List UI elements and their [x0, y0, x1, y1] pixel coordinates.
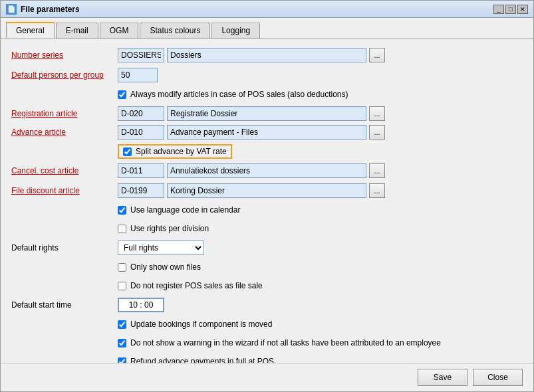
default-persons-label-col: Default persons per group	[11, 70, 118, 80]
window-title: File parameters	[21, 5, 80, 14]
default-persons-row: Default persons per group	[11, 67, 523, 83]
cancel-ellipsis-button[interactable]: ...	[369, 163, 385, 178]
tab-status-colours[interactable]: Status colours	[140, 23, 210, 39]
only-show-own-label: Only show own files	[130, 262, 201, 272]
minimize-button[interactable]: _	[493, 5, 504, 14]
cancel-label-col: Cancel. cost article	[11, 166, 118, 175]
file-discount-link[interactable]: File discount article	[11, 186, 80, 195]
always-modify-row: Always modify articles in case of POS sa…	[11, 87, 523, 102]
do-not-register-row: Do not register POS sales as file sale	[11, 278, 523, 293]
default-rights-select[interactable]: Full rights	[118, 241, 204, 255]
number-series-name-input[interactable]	[167, 48, 366, 62]
restore-button[interactable]: □	[505, 5, 516, 14]
do-not-show-row: Do not show a warning in the wizard if n…	[11, 336, 523, 350]
split-advance-highlighted: Split advance by VAT rate	[118, 144, 232, 159]
registration-ellipsis-button[interactable]: ...	[369, 106, 385, 121]
file-discount-name-input[interactable]	[167, 183, 366, 198]
number-series-ellipsis-button[interactable]: ...	[369, 48, 385, 62]
cancel-cost-row: Cancel. cost article ...	[11, 163, 523, 179]
use-language-row: Use language code in calendar	[11, 203, 523, 217]
use-language-label: Use language code in calendar	[130, 205, 240, 215]
registration-name-input[interactable]	[167, 106, 366, 121]
default-persons-fields	[118, 68, 523, 82]
content-area: Number series ... Default persons per gr…	[1, 39, 533, 363]
window-icon: 📄	[6, 4, 17, 15]
default-rights-row: Default rights Full rights	[11, 240, 523, 256]
file-discount-code-input[interactable]	[118, 183, 164, 198]
use-rights-checkbox[interactable]	[118, 225, 126, 233]
default-rights-label: Default rights	[11, 243, 118, 252]
number-series-fields: ...	[118, 48, 523, 62]
split-advance-checkbox[interactable]	[123, 147, 132, 156]
do-not-show-label: Do not show a warning in the wizard if n…	[130, 338, 441, 347]
tab-general[interactable]: General	[6, 22, 55, 39]
tabs-bar: General E-mail OGM Status colours Loggin…	[1, 18, 533, 39]
file-discount-row: File discount article ...	[11, 183, 523, 199]
advance-fields: ...	[118, 125, 523, 140]
registration-code-input[interactable]	[118, 106, 164, 121]
refund-advance-row: Refund advance payments in full at POS	[11, 354, 523, 363]
split-advance-label: Split advance by VAT rate	[136, 147, 227, 156]
close-button[interactable]: Close	[473, 369, 523, 386]
cancel-code-input[interactable]	[118, 163, 164, 178]
split-advance-row: Split advance by VAT rate	[11, 144, 523, 159]
default-start-time-fields	[118, 298, 523, 312]
number-series-code-input[interactable]	[118, 48, 164, 62]
do-not-show-checkbox[interactable]	[118, 339, 126, 347]
use-language-checkbox[interactable]	[118, 206, 126, 215]
update-bookings-row: Update bookings if component is moved	[11, 317, 523, 332]
update-bookings-checkbox[interactable]	[118, 320, 126, 329]
number-series-label-col: Number series	[11, 50, 118, 60]
tab-logging[interactable]: Logging	[211, 23, 260, 39]
registration-article-row: Registration article ...	[11, 106, 523, 122]
number-series-row: Number series ...	[11, 47, 523, 63]
default-start-time-row: Default start time	[11, 297, 523, 313]
title-bar: 📄 File parameters _ □ ✕	[1, 1, 533, 18]
save-button[interactable]: Save	[418, 369, 467, 386]
only-show-own-checkbox[interactable]	[118, 263, 126, 272]
advance-ellipsis-button[interactable]: ...	[369, 125, 385, 140]
registration-article-link[interactable]: Registration article	[11, 109, 77, 118]
title-buttons: _ □ ✕	[493, 5, 528, 14]
number-series-link[interactable]: Number series	[11, 50, 63, 60]
only-show-own-row: Only show own files	[11, 260, 523, 274]
tab-ogm[interactable]: OGM	[100, 23, 139, 39]
default-start-time-input[interactable]	[118, 298, 164, 312]
default-persons-input[interactable]	[118, 68, 158, 82]
cancel-cost-link[interactable]: Cancel. cost article	[11, 166, 78, 175]
registration-fields: ...	[118, 106, 523, 121]
cancel-fields: ...	[118, 163, 523, 178]
close-button-title[interactable]: ✕	[517, 5, 528, 14]
always-modify-label: Always modify articles in case of POS sa…	[130, 90, 348, 99]
cancel-name-input[interactable]	[167, 163, 366, 178]
default-start-time-label-col: Default start time	[11, 300, 118, 310]
refund-advance-checkbox[interactable]	[118, 357, 126, 363]
advance-name-input[interactable]	[167, 125, 366, 140]
registration-label-col: Registration article	[11, 109, 118, 118]
advance-label-col: Advance article	[11, 128, 118, 137]
always-modify-checkbox[interactable]	[118, 90, 126, 99]
advance-article-link[interactable]: Advance article	[11, 128, 66, 137]
use-rights-row: Use rights per division	[11, 221, 523, 236]
do-not-register-checkbox[interactable]	[118, 282, 126, 290]
refund-advance-label: Refund advance payments in full at POS	[130, 357, 274, 363]
default-start-time-label: Default start time	[11, 300, 72, 310]
file-discount-ellipsis-button[interactable]: ...	[369, 183, 385, 198]
bottom-bar: Save Close	[1, 363, 533, 391]
advance-code-input[interactable]	[118, 125, 164, 140]
use-rights-label: Use rights per division	[130, 224, 209, 233]
file-discount-label-col: File discount article	[11, 186, 118, 195]
update-bookings-label: Update bookings if component is moved	[130, 320, 272, 329]
advance-article-row: Advance article ...	[11, 124, 523, 140]
file-discount-fields: ...	[118, 183, 523, 198]
main-window: 📄 File parameters _ □ ✕ General E-mail O…	[0, 0, 534, 392]
default-persons-link[interactable]: Default persons per group	[11, 70, 104, 80]
tab-email[interactable]: E-mail	[56, 23, 98, 39]
title-bar-left: 📄 File parameters	[6, 4, 80, 15]
do-not-register-label: Do not register POS sales as file sale	[130, 281, 263, 290]
